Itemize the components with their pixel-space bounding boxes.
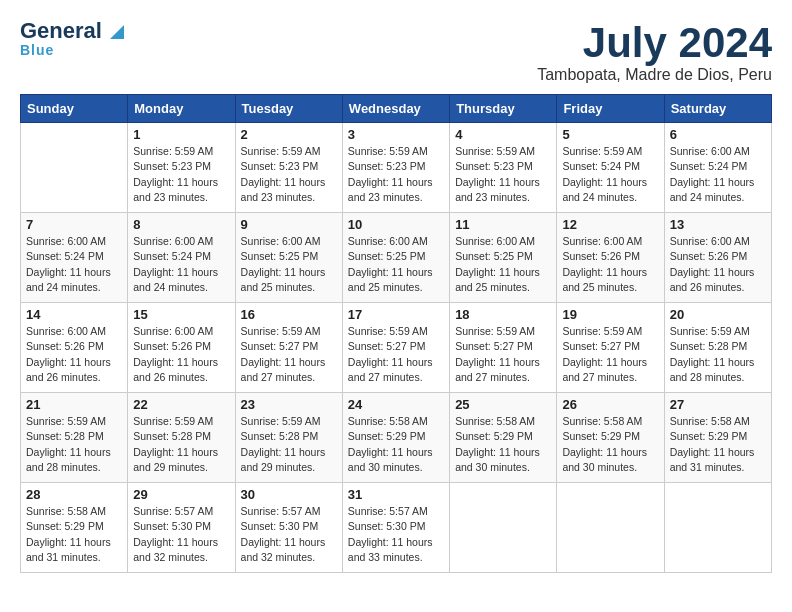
day-info: Sunrise: 5:59 AMSunset: 5:28 PMDaylight:…: [133, 414, 229, 475]
logo-blue: Blue: [20, 42, 54, 58]
day-number: 6: [670, 127, 766, 142]
day-number: 19: [562, 307, 658, 322]
calendar-cell: 31Sunrise: 5:57 AMSunset: 5:30 PMDayligh…: [342, 483, 449, 573]
day-info: Sunrise: 5:58 AMSunset: 5:29 PMDaylight:…: [26, 504, 122, 565]
day-info: Sunrise: 6:00 AMSunset: 5:24 PMDaylight:…: [670, 144, 766, 205]
day-info: Sunrise: 5:58 AMSunset: 5:29 PMDaylight:…: [348, 414, 444, 475]
header-cell-wednesday: Wednesday: [342, 95, 449, 123]
day-info: Sunrise: 5:58 AMSunset: 5:29 PMDaylight:…: [562, 414, 658, 475]
calendar-week-4: 21Sunrise: 5:59 AMSunset: 5:28 PMDayligh…: [21, 393, 772, 483]
day-info: Sunrise: 5:57 AMSunset: 5:30 PMDaylight:…: [133, 504, 229, 565]
calendar-cell: 5Sunrise: 5:59 AMSunset: 5:24 PMDaylight…: [557, 123, 664, 213]
day-number: 22: [133, 397, 229, 412]
day-info: Sunrise: 6:00 AMSunset: 5:26 PMDaylight:…: [133, 324, 229, 385]
page-header: General Blue July 2024 Tambopata, Madre …: [20, 20, 772, 84]
day-number: 21: [26, 397, 122, 412]
day-info: Sunrise: 5:57 AMSunset: 5:30 PMDaylight:…: [348, 504, 444, 565]
day-number: 23: [241, 397, 337, 412]
day-info: Sunrise: 6:00 AMSunset: 5:26 PMDaylight:…: [670, 234, 766, 295]
calendar-body: 1Sunrise: 5:59 AMSunset: 5:23 PMDaylight…: [21, 123, 772, 573]
day-info: Sunrise: 5:59 AMSunset: 5:24 PMDaylight:…: [562, 144, 658, 205]
day-info: Sunrise: 6:00 AMSunset: 5:25 PMDaylight:…: [455, 234, 551, 295]
calendar-cell: 23Sunrise: 5:59 AMSunset: 5:28 PMDayligh…: [235, 393, 342, 483]
calendar-cell: 21Sunrise: 5:59 AMSunset: 5:28 PMDayligh…: [21, 393, 128, 483]
calendar-table: SundayMondayTuesdayWednesdayThursdayFrid…: [20, 94, 772, 573]
day-info: Sunrise: 5:58 AMSunset: 5:29 PMDaylight:…: [670, 414, 766, 475]
calendar-cell: 12Sunrise: 6:00 AMSunset: 5:26 PMDayligh…: [557, 213, 664, 303]
calendar-cell: 2Sunrise: 5:59 AMSunset: 5:23 PMDaylight…: [235, 123, 342, 213]
day-number: 26: [562, 397, 658, 412]
calendar-cell: 27Sunrise: 5:58 AMSunset: 5:29 PMDayligh…: [664, 393, 771, 483]
calendar-header: SundayMondayTuesdayWednesdayThursdayFrid…: [21, 95, 772, 123]
calendar-cell: 10Sunrise: 6:00 AMSunset: 5:25 PMDayligh…: [342, 213, 449, 303]
calendar-week-2: 7Sunrise: 6:00 AMSunset: 5:24 PMDaylight…: [21, 213, 772, 303]
header-cell-saturday: Saturday: [664, 95, 771, 123]
day-info: Sunrise: 5:59 AMSunset: 5:23 PMDaylight:…: [241, 144, 337, 205]
day-number: 31: [348, 487, 444, 502]
day-info: Sunrise: 6:00 AMSunset: 5:26 PMDaylight:…: [562, 234, 658, 295]
calendar-cell: [450, 483, 557, 573]
header-cell-thursday: Thursday: [450, 95, 557, 123]
day-info: Sunrise: 5:59 AMSunset: 5:27 PMDaylight:…: [348, 324, 444, 385]
calendar-cell: 7Sunrise: 6:00 AMSunset: 5:24 PMDaylight…: [21, 213, 128, 303]
calendar-cell: 3Sunrise: 5:59 AMSunset: 5:23 PMDaylight…: [342, 123, 449, 213]
day-info: Sunrise: 5:59 AMSunset: 5:27 PMDaylight:…: [455, 324, 551, 385]
calendar-cell: 16Sunrise: 5:59 AMSunset: 5:27 PMDayligh…: [235, 303, 342, 393]
day-number: 5: [562, 127, 658, 142]
day-info: Sunrise: 5:59 AMSunset: 5:28 PMDaylight:…: [241, 414, 337, 475]
day-number: 3: [348, 127, 444, 142]
day-info: Sunrise: 5:57 AMSunset: 5:30 PMDaylight:…: [241, 504, 337, 565]
calendar-cell: 19Sunrise: 5:59 AMSunset: 5:27 PMDayligh…: [557, 303, 664, 393]
day-number: 9: [241, 217, 337, 232]
day-number: 20: [670, 307, 766, 322]
day-number: 30: [241, 487, 337, 502]
day-number: 17: [348, 307, 444, 322]
calendar-cell: 11Sunrise: 6:00 AMSunset: 5:25 PMDayligh…: [450, 213, 557, 303]
calendar-cell: 24Sunrise: 5:58 AMSunset: 5:29 PMDayligh…: [342, 393, 449, 483]
header-cell-monday: Monday: [128, 95, 235, 123]
day-info: Sunrise: 6:00 AMSunset: 5:25 PMDaylight:…: [348, 234, 444, 295]
day-number: 4: [455, 127, 551, 142]
day-number: 29: [133, 487, 229, 502]
calendar-cell: 9Sunrise: 6:00 AMSunset: 5:25 PMDaylight…: [235, 213, 342, 303]
day-info: Sunrise: 5:59 AMSunset: 5:28 PMDaylight:…: [670, 324, 766, 385]
day-number: 25: [455, 397, 551, 412]
calendar-cell: 15Sunrise: 6:00 AMSunset: 5:26 PMDayligh…: [128, 303, 235, 393]
svg-marker-0: [110, 25, 124, 39]
day-info: Sunrise: 6:00 AMSunset: 5:24 PMDaylight:…: [26, 234, 122, 295]
logo-general: General: [20, 20, 102, 42]
calendar-cell: 26Sunrise: 5:58 AMSunset: 5:29 PMDayligh…: [557, 393, 664, 483]
day-number: 27: [670, 397, 766, 412]
day-info: Sunrise: 5:59 AMSunset: 5:27 PMDaylight:…: [562, 324, 658, 385]
day-number: 11: [455, 217, 551, 232]
day-info: Sunrise: 5:58 AMSunset: 5:29 PMDaylight:…: [455, 414, 551, 475]
day-number: 18: [455, 307, 551, 322]
calendar-cell: 22Sunrise: 5:59 AMSunset: 5:28 PMDayligh…: [128, 393, 235, 483]
calendar-cell: 28Sunrise: 5:58 AMSunset: 5:29 PMDayligh…: [21, 483, 128, 573]
calendar-cell: 20Sunrise: 5:59 AMSunset: 5:28 PMDayligh…: [664, 303, 771, 393]
calendar-cell: 13Sunrise: 6:00 AMSunset: 5:26 PMDayligh…: [664, 213, 771, 303]
calendar-cell: 29Sunrise: 5:57 AMSunset: 5:30 PMDayligh…: [128, 483, 235, 573]
logo-triangle-icon: [104, 21, 124, 41]
day-info: Sunrise: 6:00 AMSunset: 5:26 PMDaylight:…: [26, 324, 122, 385]
day-number: 2: [241, 127, 337, 142]
calendar-cell: [557, 483, 664, 573]
calendar-cell: 14Sunrise: 6:00 AMSunset: 5:26 PMDayligh…: [21, 303, 128, 393]
day-number: 28: [26, 487, 122, 502]
day-info: Sunrise: 5:59 AMSunset: 5:28 PMDaylight:…: [26, 414, 122, 475]
calendar-cell: 18Sunrise: 5:59 AMSunset: 5:27 PMDayligh…: [450, 303, 557, 393]
title-block: July 2024 Tambopata, Madre de Dios, Peru: [537, 20, 772, 84]
day-number: 16: [241, 307, 337, 322]
calendar-cell: [21, 123, 128, 213]
day-info: Sunrise: 5:59 AMSunset: 5:23 PMDaylight:…: [348, 144, 444, 205]
day-info: Sunrise: 6:00 AMSunset: 5:24 PMDaylight:…: [133, 234, 229, 295]
calendar-cell: 6Sunrise: 6:00 AMSunset: 5:24 PMDaylight…: [664, 123, 771, 213]
day-number: 24: [348, 397, 444, 412]
logo: General Blue: [20, 20, 124, 58]
day-info: Sunrise: 6:00 AMSunset: 5:25 PMDaylight:…: [241, 234, 337, 295]
day-number: 14: [26, 307, 122, 322]
header-cell-sunday: Sunday: [21, 95, 128, 123]
location-title: Tambopata, Madre de Dios, Peru: [537, 66, 772, 84]
day-number: 15: [133, 307, 229, 322]
header-row: SundayMondayTuesdayWednesdayThursdayFrid…: [21, 95, 772, 123]
